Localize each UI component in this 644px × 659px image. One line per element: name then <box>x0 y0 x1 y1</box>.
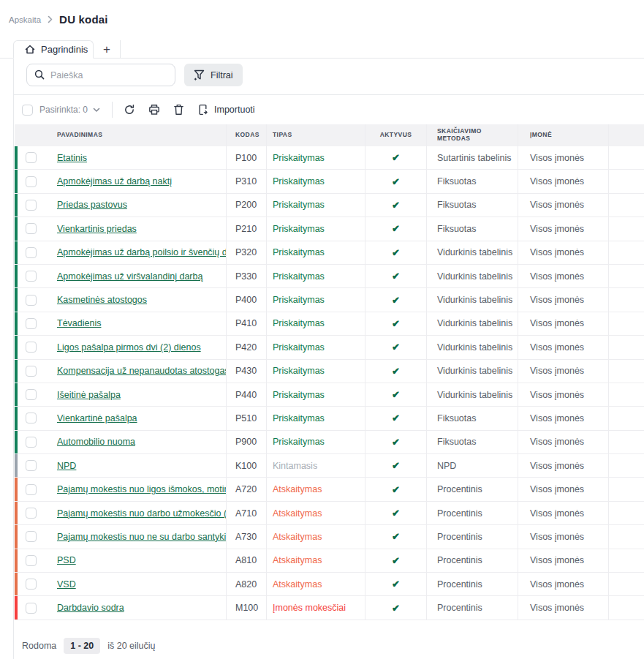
trash-icon[interactable] <box>173 104 184 116</box>
row-checkbox[interactable] <box>26 413 37 423</box>
row-checkbox-cell <box>15 407 47 429</box>
row-type-cell: Atskaitymas <box>267 549 365 572</box>
row-company: Visos įmonės <box>530 579 584 590</box>
row-active-cell: ✔ <box>365 170 427 192</box>
row-company-cell: Visos įmonės <box>518 288 609 311</box>
column-header-tipas[interactable]: Tipas <box>267 124 365 146</box>
row-checkbox[interactable] <box>26 437 37 448</box>
column-header-skaiciavimo-metodas[interactable]: Skaičiavimo metodas <box>427 124 518 146</box>
row-name-link[interactable]: Pajamų mokestis nuo darbo užmokesčio (GP… <box>57 508 227 519</box>
row-checkbox[interactable] <box>26 508 37 519</box>
search-box <box>26 64 175 86</box>
column-header-aktyvus[interactable]: Aktyvus <box>365 124 427 146</box>
row-checkbox[interactable] <box>26 342 37 353</box>
row-method: Sutartinis tabelinis <box>437 153 511 163</box>
row-name-cell: Automobilio nuoma <box>47 431 227 453</box>
row-method-cell: Vidurkinis tabelinis <box>427 265 518 287</box>
column-header-pavadinimas[interactable]: Pavadinimas <box>47 124 227 146</box>
row-extra-cell <box>609 241 644 264</box>
row-name-link[interactable]: VSD <box>57 579 76 590</box>
print-icon[interactable] <box>148 104 160 116</box>
column-header-kodas[interactable]: Kodas <box>227 124 267 146</box>
row-type: Priskaitymas <box>273 366 325 376</box>
row-name-link[interactable]: Vienkartinė pašalpa <box>57 413 137 423</box>
row-company: Visos įmonės <box>530 271 584 282</box>
row-checkbox[interactable] <box>26 271 37 282</box>
table-row: Pajamų mokestis nuo ligos išmokos, motin… <box>15 478 644 501</box>
row-checkbox-cell <box>15 194 47 216</box>
row-checkbox[interactable] <box>26 176 37 187</box>
refresh-icon[interactable] <box>124 104 135 116</box>
row-company: Visos įmonės <box>530 555 584 565</box>
row-checkbox-cell <box>15 502 47 524</box>
row-name-link[interactable]: Pajamų mokestis nuo ligos išmokos, motin… <box>57 484 227 494</box>
row-checkbox[interactable] <box>26 318 37 329</box>
row-checkbox[interactable] <box>26 484 37 495</box>
row-checkbox[interactable] <box>26 389 37 400</box>
row-checkbox[interactable] <box>26 531 37 542</box>
home-icon <box>25 45 35 54</box>
import-button[interactable]: Importuoti <box>197 104 255 116</box>
row-company-cell: Visos įmonės <box>518 525 609 548</box>
row-checkbox[interactable] <box>26 366 37 377</box>
row-name-link[interactable]: Išeitinė pašalpa <box>57 390 121 400</box>
add-tab-button[interactable]: + <box>94 40 121 59</box>
row-checkbox[interactable] <box>26 200 37 211</box>
checkmark-icon: ✔ <box>392 342 400 353</box>
row-code: A730 <box>235 532 257 542</box>
row-checkbox[interactable] <box>26 223 37 234</box>
breadcrumb-parent[interactable]: Apskaita <box>9 15 41 24</box>
row-type: Priskaitymas <box>273 247 325 257</box>
search-input[interactable] <box>26 64 175 86</box>
row-checkbox-cell <box>15 288 47 311</box>
row-name-link[interactable]: Etatinis <box>57 153 87 163</box>
row-accent-bar <box>15 241 18 264</box>
row-name-link[interactable]: Priedas pastovus <box>57 200 127 210</box>
row-name-cell: Apmokėjimas už darbą naktį <box>47 170 227 192</box>
select-all-checkbox[interactable] <box>22 105 33 116</box>
table-row: Darbdavio sodra M100 Įmonės mokesčiai ✔ … <box>15 596 644 620</box>
row-name-link[interactable]: Kasmetinės atostogos <box>57 295 147 305</box>
row-name-link[interactable]: Apmokėjimas už viršvalandinį darbą <box>57 271 202 282</box>
table-row: Pajamų mokestis nuo darbo užmokesčio (GP… <box>15 502 644 525</box>
row-checkbox-cell <box>15 549 47 572</box>
row-name-link[interactable]: Tėvadienis <box>57 318 101 328</box>
row-active-cell: ✔ <box>365 288 427 311</box>
row-code: K100 <box>235 461 257 471</box>
column-header-imone[interactable]: Įmonė <box>518 124 609 146</box>
row-name-link[interactable]: Automobilio nuoma <box>57 437 135 447</box>
row-name-link[interactable]: Ligos pašalpa pirmos dvi (2) dienos <box>57 342 201 353</box>
tab-pagrindinis[interactable]: Pagrindinis <box>13 40 94 59</box>
row-name-cell: VSD <box>47 573 227 595</box>
checkmark-icon: ✔ <box>392 318 400 329</box>
row-name-link[interactable]: Vienkartinis priedas <box>57 224 137 234</box>
row-name-link[interactable]: Kompensacija už nepanaudotas atostogas <box>57 366 227 376</box>
row-name-link[interactable]: Darbdavio sodra <box>57 603 124 613</box>
row-code: P900 <box>235 437 257 447</box>
row-name-link[interactable]: NPD <box>57 461 76 471</box>
checkmark-icon: ✔ <box>392 176 400 187</box>
row-checkbox[interactable] <box>26 247 37 258</box>
row-accent-bar <box>15 288 18 311</box>
row-checkbox[interactable] <box>26 603 37 614</box>
main-panel: Filtrai Pasirinkta: 0 Importuoti Pav <box>13 59 644 659</box>
row-type: Atskaitymas <box>273 508 322 519</box>
row-type: Įmonės mokesčiai <box>273 603 346 613</box>
row-name-link[interactable]: PSD <box>57 555 76 565</box>
row-checkbox[interactable] <box>26 579 37 590</box>
row-type: Atskaitymas <box>273 555 322 565</box>
filter-button[interactable]: Filtrai <box>184 64 243 86</box>
row-name-cell: Pajamų mokestis nuo ne su darbo santykia… <box>47 525 227 548</box>
row-checkbox[interactable] <box>26 295 37 306</box>
row-name-cell: Apmokėjimas už viršvalandinį darbą <box>47 265 227 287</box>
row-checkbox[interactable] <box>26 460 37 471</box>
row-type-cell: Atskaitymas <box>267 502 365 524</box>
row-name-link[interactable]: Pajamų mokestis nuo ne su darbo santykia… <box>57 532 227 542</box>
row-name-link[interactable]: Apmokėjimas už darbą poilsio ir švenčių … <box>57 247 227 257</box>
table-row: Etatinis P100 Priskaitymas ✔ Sutartinis … <box>15 146 644 170</box>
row-checkbox[interactable] <box>26 152 37 163</box>
row-name-link[interactable]: Apmokėjimas už darbą naktį <box>57 176 172 187</box>
chevron-down-icon[interactable] <box>93 108 100 113</box>
row-checkbox[interactable] <box>26 555 37 566</box>
row-extra-cell <box>609 336 644 358</box>
